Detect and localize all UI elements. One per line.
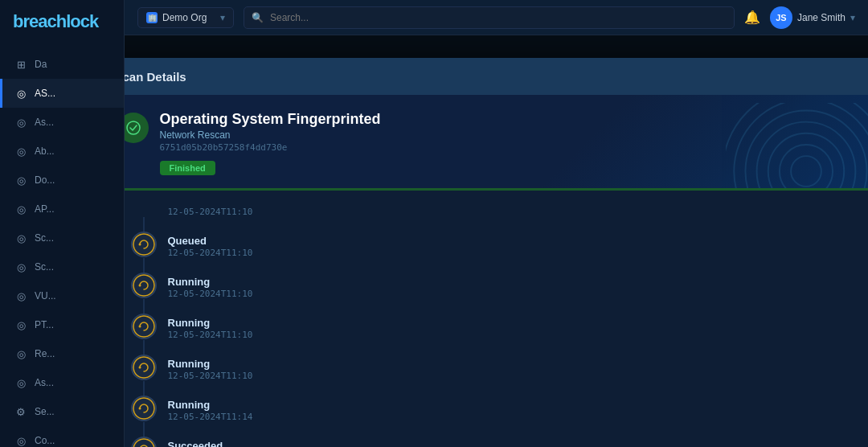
scan-type: Network Rescan — [160, 129, 381, 141]
domains-icon: ◎ — [14, 173, 28, 187]
scan-hash: 6751d05b20b57258f4dd730e — [160, 142, 381, 153]
org-icon: 🏢 — [146, 12, 158, 23]
running3-dot — [131, 355, 157, 380]
svg-point-17 — [138, 408, 141, 410]
timeline-vline — [143, 340, 145, 355]
scan-details-modal: Scan Details ✕ Operating System Finger — [125, 58, 868, 447]
sidebar-item-assets[interactable]: ◎ As... — [0, 108, 124, 137]
sidebar-item-co[interactable]: ◎ Co... — [0, 426, 124, 447]
sidebar-item-sc1[interactable]: ◎ Sc... — [0, 224, 124, 252]
sidebar-item-label: Re... — [35, 348, 55, 359]
svg-point-8 — [133, 234, 154, 255]
running3-content: Running 12-05-2024T11:10 — [157, 355, 253, 381]
succeeded-status: Succeeded — [168, 440, 253, 447]
svg-point-11 — [138, 285, 141, 287]
app-logo: breachlock — [0, 0, 124, 43]
running2-content: Running 12-05-2024T11:10 — [157, 314, 253, 340]
sidebar-item-label: Da — [35, 59, 47, 70]
queued-status: Queued — [168, 235, 253, 247]
sidebar: breachlock ⊞ Da ◎ AS... ◎ As... ◎ Ab... … — [0, 0, 125, 447]
sidebar-item-dashboard[interactable]: ⊞ Da — [0, 50, 124, 79]
sidebar-item-label: AP... — [35, 203, 54, 215]
timeline-item-running2: Running 12-05-2024T11:10 — [131, 314, 869, 340]
running1-content: Running 12-05-2024T11:10 — [157, 273, 253, 299]
timeline-item-running3: Running 12-05-2024T11:10 — [131, 355, 869, 381]
running1-time: 12-05-2024T11:10 — [168, 289, 253, 299]
assets-icon: ◎ — [14, 115, 28, 129]
sidebar-item-re[interactable]: ◎ Re... — [0, 339, 124, 368]
scan-info: Operating System Fingerprinted Network R… — [160, 111, 381, 175]
user-name: Jane Smith — [797, 12, 845, 23]
queued-dot — [131, 232, 157, 257]
scan-title-row: Operating System Fingerprinted Network R… — [125, 111, 868, 175]
avatar: JS — [770, 6, 792, 29]
sidebar-item-sc2[interactable]: ◎ Sc... — [0, 252, 124, 281]
sidebar-item-ab[interactable]: ◎ Ab... — [0, 137, 124, 166]
user-dropdown-icon: ▾ — [850, 12, 855, 23]
modal-title: Scan Details — [125, 70, 186, 84]
sidebar-item-label: Sc... — [35, 261, 54, 273]
timeline-initial-time: 12-05-2024T11:10 — [157, 207, 253, 217]
sidebar-item-asm[interactable]: ◎ AS... — [0, 79, 124, 108]
modal-body: 12-05-2024T11:10 Queued 12-05-2024T11:10 — [125, 191, 868, 447]
timeline: 12-05-2024T11:10 Queued 12-05-2024T11:10 — [131, 197, 869, 447]
org-selector[interactable]: 🏢 Demo Org ▾ — [137, 7, 234, 28]
svg-point-13 — [138, 326, 141, 328]
org-name: Demo Org — [162, 12, 207, 23]
settings-icon: ⚙ — [14, 404, 28, 419]
vu-icon: ◎ — [14, 289, 28, 303]
status-badge: Finished — [160, 161, 215, 175]
sidebar-item-label: As... — [35, 377, 54, 388]
user-menu-button[interactable]: JS Jane Smith ▾ — [770, 6, 855, 29]
logo-accent: lock — [66, 11, 98, 31]
api-icon: ◎ — [14, 202, 28, 216]
running2-time: 12-05-2024T11:10 — [168, 330, 253, 340]
sidebar-item-api[interactable]: ◎ AP... — [0, 195, 124, 224]
sidebar-nav: ⊞ Da ◎ AS... ◎ As... ◎ Ab... ◎ Do... ◎ A… — [0, 43, 124, 447]
queued-time: 12-05-2024T11:10 — [168, 248, 253, 258]
sidebar-item-settings[interactable]: ⚙ Se... — [0, 397, 124, 426]
timeline-item-succeeded: Succeeded 12-05-2024T11:14 — [131, 437, 869, 447]
scan-name: Operating System Fingerprinted — [160, 111, 381, 128]
sidebar-item-label: As... — [35, 117, 54, 128]
dashboard-icon: ⊞ — [14, 57, 28, 72]
main-content: Scan Details ✕ Operating System Finger — [125, 35, 868, 447]
running3-status: Running — [168, 358, 253, 370]
sidebar-item-label: VU... — [35, 290, 56, 301]
notifications-button[interactable]: 🔔 — [744, 10, 760, 25]
ab-icon: ◎ — [14, 144, 28, 158]
succeeded-content: Succeeded 12-05-2024T11:14 — [157, 437, 253, 447]
search-icon: 🔍 — [252, 12, 264, 23]
search-input[interactable] — [244, 6, 735, 29]
search-bar: 🔍 — [244, 6, 735, 29]
sidebar-item-vu[interactable]: ◎ VU... — [0, 281, 124, 310]
timeline-vline — [143, 299, 145, 314]
svg-point-10 — [133, 275, 154, 296]
sc2-icon: ◎ — [14, 260, 28, 274]
running2-status: Running — [168, 317, 253, 329]
sidebar-item-label: Sc... — [35, 232, 54, 244]
timeline-vline — [143, 217, 145, 232]
timeline-vline — [143, 381, 145, 396]
svg-point-7 — [127, 121, 140, 134]
queued-content: Queued 12-05-2024T11:10 — [157, 232, 253, 258]
timeline-vline — [143, 422, 145, 437]
as2-icon: ◎ — [14, 375, 28, 390]
timeline-item-running1: Running 12-05-2024T11:10 — [131, 273, 869, 299]
svg-point-16 — [133, 398, 154, 419]
running2-dot — [131, 314, 157, 339]
sidebar-item-domains[interactable]: ◎ Do... — [0, 166, 124, 195]
scan-type-icon — [125, 113, 149, 143]
sc1-icon: ◎ — [14, 231, 28, 245]
sidebar-item-as2[interactable]: ◎ As... — [0, 368, 124, 397]
modal-header: Scan Details ✕ — [125, 58, 868, 95]
running1-status: Running — [168, 276, 253, 288]
org-dropdown-icon: ▾ — [220, 12, 225, 23]
sidebar-item-pt[interactable]: ◎ PT... — [0, 310, 124, 339]
running4-content: Running 12-05-2024T11:14 — [157, 396, 253, 422]
running4-time: 12-05-2024T11:14 — [168, 412, 253, 422]
sidebar-item-label: PT... — [35, 319, 54, 330]
running4-dot — [131, 396, 157, 421]
timeline-item-queued: Queued 12-05-2024T11:10 — [131, 232, 869, 258]
topbar-right: 🔔 JS Jane Smith ▾ — [744, 6, 855, 29]
